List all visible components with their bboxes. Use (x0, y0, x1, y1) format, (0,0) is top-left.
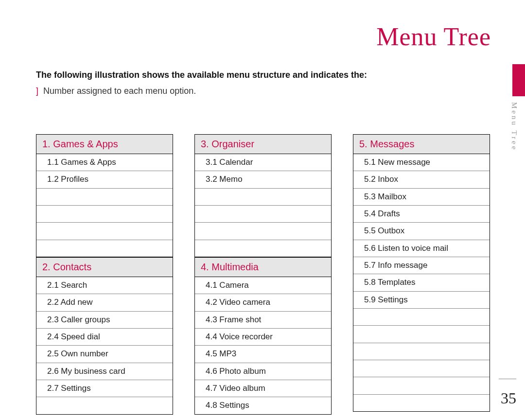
menu-item: 2.1 Search (36, 277, 173, 294)
menu-item: 4.4 Voice recorder (195, 329, 331, 346)
menu-item: 5.5 Outbox (353, 223, 490, 240)
menu-item: 4.1 Camera (195, 277, 331, 294)
menu-item: 2.5 Own number (36, 346, 173, 363)
menu-column: 5. Messages5.1 New message5.2 Inbox5.3 M… (353, 134, 490, 415)
menu-item-empty (36, 206, 173, 223)
menu-item: 4.2 Video camera (195, 294, 331, 311)
menu-header: 4. Multimedia (195, 258, 331, 277)
menu-box: 3. Organiser3.1 Calendar3.2 Memo (194, 134, 332, 257)
menu-item: 2.3 Caller groups (36, 312, 173, 329)
menu-item: 5.7 Info message (353, 257, 490, 274)
intro-block: The following illustration shows the ava… (36, 69, 467, 96)
menu-body: 3.1 Calendar3.2 Memo (195, 154, 331, 257)
menu-item-empty (195, 223, 331, 240)
menu-column: 1. Games & Apps1.1 Games & Apps1.2 Profi… (36, 134, 173, 415)
menu-item-empty (353, 395, 490, 411)
menu-item: 4.7 Video album (195, 380, 331, 397)
menu-item-empty (353, 377, 490, 394)
menu-item: 1.2 Profiles (36, 171, 173, 188)
menu-item: 5.8 Templates (353, 274, 490, 291)
menu-item-empty (353, 360, 490, 377)
menu-item-empty (36, 240, 173, 257)
menu-header: 5. Messages (353, 135, 490, 154)
page-title: Menu Tree (376, 22, 491, 51)
menu-body: 1.1 Games & Apps1.2 Profiles (36, 154, 173, 257)
menu-item-empty (36, 397, 173, 414)
menu-item: 2.2 Add new (36, 294, 173, 311)
menu-item: 2.6 My business card (36, 363, 173, 380)
menu-item: 5.2 Inbox (353, 171, 490, 188)
menu-item-empty (36, 189, 173, 206)
menu-item: 4.5 MP3 (195, 346, 331, 363)
menu-item: 5.1 New message (353, 154, 490, 171)
menu-item-empty (353, 309, 490, 326)
menu-header: 3. Organiser (195, 135, 331, 154)
page-edge-tab (512, 64, 525, 96)
menu-item: 1.1 Games & Apps (36, 154, 173, 171)
menu-item: 5.6 Listen to voice mail (353, 240, 490, 257)
menu-columns: 1. Games & Apps1.1 Games & Apps1.2 Profi… (36, 134, 490, 415)
footer-rule (499, 379, 516, 379)
intro-bullet-text: Number assigned to each menu option. (43, 86, 196, 96)
page-number: 35 (501, 389, 516, 407)
menu-item: 5.3 Mailbox (353, 189, 490, 206)
intro-heading: The following illustration shows the ava… (36, 69, 467, 81)
menu-item-empty (195, 206, 331, 223)
menu-item: 2.7 Settings (36, 380, 173, 397)
menu-header: 2. Contacts (36, 258, 173, 277)
menu-item-empty (36, 223, 173, 240)
menu-item-empty (195, 189, 331, 206)
side-section-label: Menu Tree (510, 102, 518, 151)
menu-body: 4.1 Camera4.2 Video camera4.3 Frame shot… (195, 277, 331, 414)
menu-box: 2. Contacts2.1 Search2.2 Add new2.3 Call… (36, 257, 173, 415)
menu-item-empty (353, 343, 490, 360)
menu-item: 5.4 Drafts (353, 206, 490, 223)
menu-item: 3.1 Calendar (195, 154, 331, 171)
menu-item: 5.9 Settings (353, 292, 490, 309)
menu-body: 5.1 New message5.2 Inbox5.3 Mailbox5.4 D… (353, 154, 490, 411)
menu-body: 2.1 Search2.2 Add new2.3 Caller groups2.… (36, 277, 173, 414)
menu-item: 2.4 Speed dial (36, 329, 173, 346)
menu-column: 3. Organiser3.1 Calendar3.2 Memo 4. Mult… (194, 134, 332, 415)
bullet-bracket-icon: ] (36, 86, 38, 96)
menu-item-empty (195, 240, 331, 257)
intro-bullet-row: ] Number assigned to each menu option. (36, 86, 467, 96)
menu-item: 4.8 Settings (195, 397, 331, 414)
menu-item: 3.2 Memo (195, 171, 331, 188)
menu-box: 1. Games & Apps1.1 Games & Apps1.2 Profi… (36, 134, 173, 257)
menu-item: 4.6 Photo album (195, 363, 331, 380)
menu-item-empty (353, 326, 490, 343)
menu-header: 1. Games & Apps (36, 135, 173, 154)
menu-box: 5. Messages5.1 New message5.2 Inbox5.3 M… (353, 134, 490, 412)
menu-box: 4. Multimedia4.1 Camera4.2 Video camera4… (194, 257, 332, 415)
menu-item: 4.3 Frame shot (195, 312, 331, 329)
